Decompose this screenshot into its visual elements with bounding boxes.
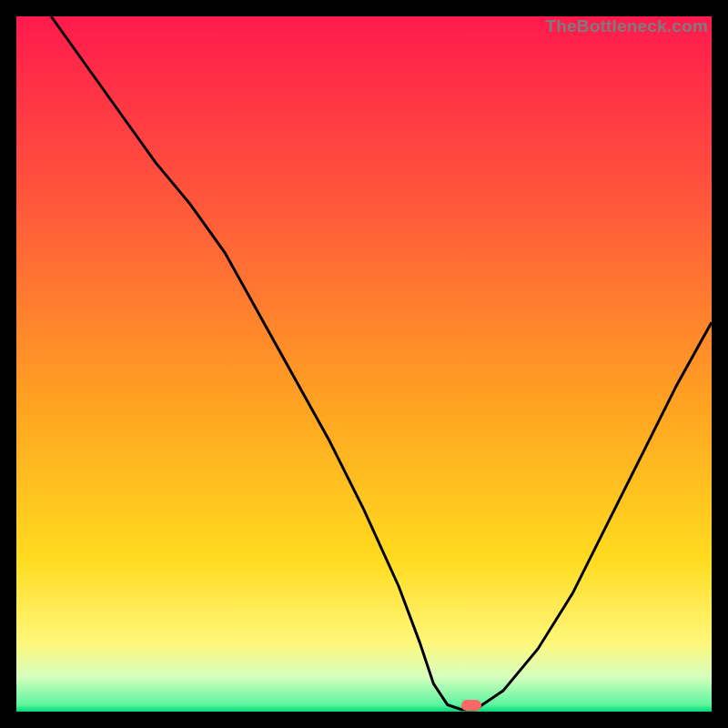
curve-path bbox=[51, 16, 712, 710]
chart-plot-area: TheBottleneck.com bbox=[16, 16, 712, 712]
chart-frame: TheBottleneck.com bbox=[0, 0, 728, 728]
optimal-point-marker bbox=[461, 700, 481, 711]
bottleneck-curve bbox=[16, 16, 712, 712]
